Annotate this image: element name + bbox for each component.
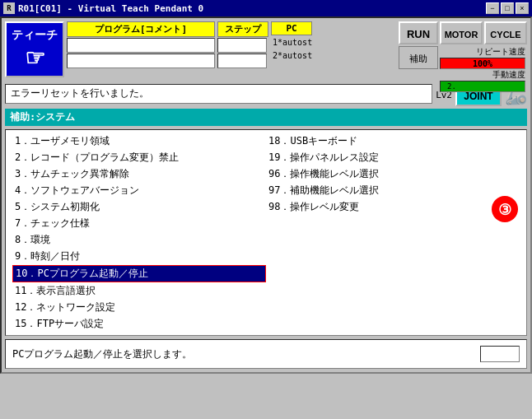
app-icon: R [3,2,15,14]
menu-item[interactable]: 8．環境 [12,232,266,248]
close-button[interactable]: × [516,2,529,14]
window-title: R01[C01] - Virtual Teach Pendant 0 [18,3,203,14]
toolbar-row1: プログラム[コメント] ステップ PC 1*autost 2*autost [67,21,396,68]
bottom-area: PCプログラム起動／停止を選択します。 [5,339,527,369]
menu-column-1: 1．ユーザメモリ領域2．レコード（プログラム変更）禁止3．サムチェック異常解除4… [12,133,266,332]
window-controls: − □ × [486,2,529,14]
program-comment-label: プログラム[コメント] [67,21,215,37]
menu-item[interactable]: 1．ユーザメモリ領域 [12,133,266,149]
step-input[interactable] [217,38,267,53]
pc-line2: 2*autost [271,50,312,62]
bottom-text: PCプログラム起動／停止を選択します。 [12,347,192,361]
hojo-button[interactable]: 補助 [399,46,438,69]
program-comment-input[interactable] [67,38,215,53]
menu-area: 1．ユーザメモリ領域2．レコード（プログラム変更）禁止3．サムチェック異常解除4… [5,129,527,336]
section-header: 補助:システム [5,109,527,126]
program-step-area: プログラム[コメント] ステップ PC 1*autost 2*autost [67,21,396,68]
step-area: ステップ [217,21,268,68]
speed-area: リピート速度 100% 手動速度 2. [440,46,525,92]
menu-item[interactable]: 12．ネットワーク設定 [12,300,266,315]
pc-line1: 1*autost [271,37,312,49]
teach-label: ティーチ [12,28,58,43]
menu-column-2: 18．USBキーボード19．操作パネルレス設定96．操作機能レベル選択97．補助… [266,133,520,332]
teach-button[interactable]: ティーチ ☞ [5,21,64,77]
program-comment-area: プログラム[コメント] [67,21,215,68]
menu-item[interactable]: 5．システム初期化 [12,199,266,215]
menu-item[interactable]: 7．チェック仕様 [12,216,266,231]
run-button[interactable]: RUN [399,21,438,44]
title-bar: R R01[C01] - Virtual Teach Pendant 0 − □… [0,0,532,16]
menu-item[interactable]: 9．時刻／日付 [12,249,266,264]
cursor-icon: ☞ [25,44,45,72]
bottom-input[interactable] [480,346,520,362]
program-bracket-input[interactable] [67,54,215,68]
badge-3: ③ [492,196,518,222]
speed-label: リピート速度 [476,46,525,58]
menu-item[interactable]: 10．PCプログラム起動／停止 [12,265,266,282]
menu-item[interactable]: 4．ソフトウェアバージョン [12,183,266,198]
menu-item[interactable]: 96．操作機能レベル選択 [266,166,520,182]
error-text: エラーリセットを行いました。 [11,86,427,100]
error-bar: エラーリセットを行いました。 [5,84,432,104]
menu-item[interactable]: 97．補助機能レベル選択 [266,183,520,198]
menu-item[interactable]: 2．レコード（プログラム変更）禁止 [12,150,266,165]
manual-speed-label: 手動速度 [492,69,525,81]
menu-item[interactable]: 11．表示言語選択 [12,283,266,299]
menu-item[interactable]: 15．FTPサーバ設定 [12,316,266,332]
menu-item[interactable]: 3．サムチェック異常解除 [12,166,266,182]
minimize-button[interactable]: − [486,2,499,14]
manual-speed-value: 2. [446,82,456,91]
speed-value: 100% [473,59,492,68]
pc-area: PC 1*autost 2*autost [271,21,312,62]
manual-speed-bar: 2. [440,81,525,92]
step-label: ステップ [217,21,268,37]
menu-item[interactable]: 98．操作レベル変更 [266,199,520,215]
maximize-button[interactable]: □ [501,2,514,14]
pc-label: PC [271,21,312,35]
main-window: ティーチ ☞ プログラム[コメント] ステップ [0,16,532,374]
speed-bar: 100% [440,58,525,69]
right-buttons: RUN MOTOR CYCLE 補助 リピート速度 100% 手動速度 2. [399,21,527,92]
toolbar: ティーチ ☞ プログラム[コメント] ステップ [5,21,527,81]
step-bracket-input[interactable] [217,54,267,68]
top-button-row: RUN MOTOR CYCLE [399,21,527,44]
motor-button[interactable]: MOTOR [440,21,483,44]
menu-item[interactable]: 19．操作パネルレス設定 [266,150,520,165]
cycle-button[interactable]: CYCLE [484,21,527,44]
menu-item[interactable]: 18．USBキーボード [266,133,520,149]
